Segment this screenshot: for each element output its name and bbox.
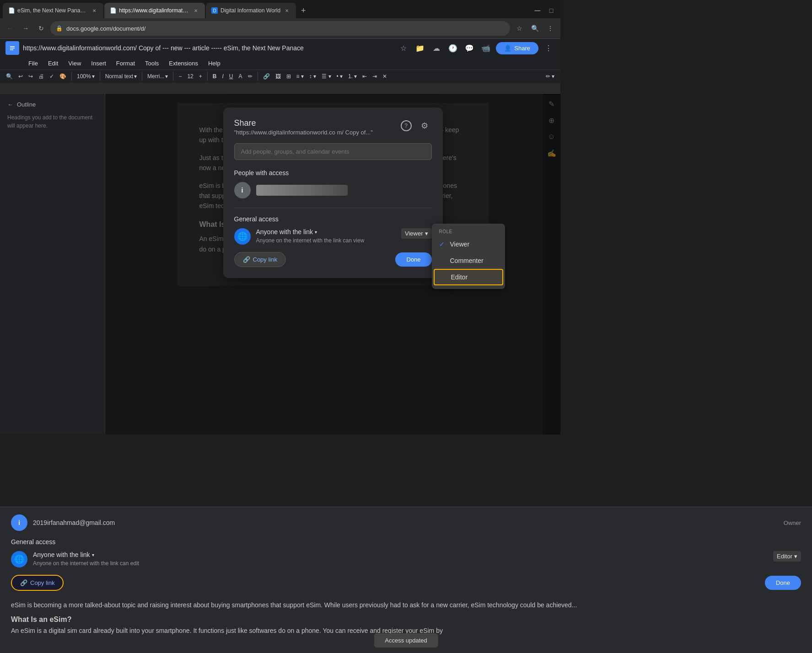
toolbar-sep-5 [207,72,208,81]
menu-file[interactable]: File [24,58,43,69]
viewer-chevron: ▾ [425,230,428,237]
folder-icon[interactable]: 📁 [414,42,426,54]
toolbar-underline[interactable]: U [227,72,236,81]
history-icon[interactable]: 🕐 [446,42,459,54]
toolbar-clear[interactable]: ✕ [380,72,389,81]
gear-icon: ⚙ [421,121,428,131]
share-settings-button[interactable]: ⚙ [417,118,432,133]
video-icon[interactable]: 📹 [479,42,492,54]
toolbar-print[interactable]: 🖨 [36,72,46,81]
toolbar-style[interactable]: Normal text ▾ [103,72,139,81]
tab-3[interactable]: D Digital Information World ✕ [206,3,296,18]
toolbar-paint[interactable]: 🎨 [57,72,69,81]
doc-sidebar: ← Outline Headings you add to the docume… [0,94,105,434]
tab-2-close[interactable]: ✕ [192,7,199,14]
doc-area: ← Outline Headings you add to the docume… [0,94,560,434]
minimize-button[interactable]: ─ [531,4,544,17]
star-icon[interactable]: ☆ [397,42,410,54]
toolbar-bold[interactable]: B [210,72,219,81]
browser-controls: ← → ↻ 🔒 docs.google.com/document/d/ ☆ 🔍 … [0,18,560,38]
toolbar-sep-1 [71,72,72,81]
menu-help[interactable]: Help [204,58,225,69]
tab-1[interactable]: 📄 eSim, the Next New Panacea fo... ✕ [3,3,103,18]
copy-link-button[interactable]: 🔗 Copy link [234,252,286,267]
toolbar-search[interactable]: 🔍 [4,72,15,81]
refresh-button[interactable]: ↻ [35,22,48,35]
globe-icon: 🌐 [234,228,251,245]
toolbar-indent-increase[interactable]: ⇥ [370,72,379,81]
add-people-input[interactable] [234,143,432,160]
menu-format[interactable]: Format [112,58,140,69]
back-button[interactable]: ← [4,22,16,35]
toolbar-link[interactable]: 🔗 [261,72,272,81]
role-editor-option[interactable]: Editor [434,269,503,285]
toolbar-numbering[interactable]: 1. ▾ [346,72,359,81]
toolbar-redo[interactable]: ↪ [26,72,35,81]
toolbar-edit-mode[interactable]: ✏ ▾ [543,72,557,81]
browser-chrome: 📄 eSim, the Next New Panacea fo... ✕ 📄 h… [0,0,560,39]
maximize-button[interactable]: □ [545,4,558,17]
toolbar-table[interactable]: ⊞ [284,72,293,81]
tab-1-close[interactable]: ✕ [91,7,98,14]
tab-2[interactable]: 📄 https://www.digitalinformation... ✕ [104,3,205,18]
toolbar-sep-2 [100,72,100,81]
editor-option-label: Editor [451,273,468,281]
viewer-role-dropdown[interactable]: Viewer ▾ [401,228,432,239]
access-row: 🌐 Anyone with the link ▾ Anyone on the i… [234,228,432,245]
role-commenter-option[interactable]: Commenter [432,252,505,269]
share-help-button[interactable]: ? [399,118,414,133]
toolbar-fontsize[interactable]: 12 [185,72,195,81]
tab-3-close[interactable]: ✕ [283,7,290,14]
toolbar-fontsize-decrease[interactable]: − [176,72,184,81]
user-name-bar [256,185,348,196]
menu-tools[interactable]: Tools [140,58,163,69]
search-button[interactable]: 🔍 [528,22,541,35]
toolbar-fontsize-increase[interactable]: + [197,72,204,81]
toolbar-zoom[interactable]: 100% ▾ [75,72,97,81]
menu-edit[interactable]: Edit [43,58,63,69]
menu-button[interactable]: ⋮ [544,22,557,35]
toolbar-spellcheck[interactable]: ✓ [47,72,56,81]
viewer-label: Viewer [405,230,423,237]
docs-document-title[interactable]: https://www.digitalinformationworld.com/… [23,44,393,52]
more-options-icon[interactable]: ⋮ [542,42,555,54]
doc-ruler [0,83,560,94]
toolbar-bullets[interactable]: • ▾ [334,72,345,81]
toolbar-checklist[interactable]: ☰ ▾ [319,72,333,81]
toolbar-italic[interactable]: I [220,72,226,81]
sidebar-header: ← Outline [7,101,97,108]
access-link-row: Anyone with the link ▾ [256,228,396,236]
anyone-with-link-dropdown[interactable]: Anyone with the link ▾ [256,228,317,236]
tab-bar: 📄 eSim, the Next New Panacea fo... ✕ 📄 h… [0,0,560,18]
doc-content: With the widespread use of smartphones, … [105,94,560,434]
toolbar-indent-decrease[interactable]: ⇤ [360,72,369,81]
commenter-option-label: Commenter [450,257,484,264]
toolbar-undo[interactable]: ↩ [16,72,25,81]
menu-view[interactable]: View [64,58,86,69]
user-avatar: i [234,182,251,198]
new-tab-button[interactable]: + [297,4,310,17]
secure-icon: 🔒 [56,25,63,32]
sidebar-back-icon[interactable]: ← [7,101,13,108]
toolbar-sep-4 [173,72,173,81]
role-viewer-option[interactable]: ✓ Viewer [432,236,505,252]
menu-extensions[interactable]: Extensions [164,58,203,69]
done-button[interactable]: Done [395,252,431,267]
menu-insert[interactable]: Insert [86,58,111,69]
toolbar-linespacing[interactable]: ↕ ▾ [307,72,318,81]
toolbar-align[interactable]: ≡ ▾ [294,72,306,81]
bookmark-button[interactable]: ☆ [513,22,526,35]
comment-icon[interactable]: 💬 [463,42,476,54]
share-modal-header: Share "https://www.digitalinformationwor… [234,118,432,136]
forward-button[interactable]: → [19,22,32,35]
toolbar-highlight[interactable]: ✏ [246,72,255,81]
share-button[interactable]: 👤 Share [496,42,538,54]
role-dropdown-menu: ROLE ✓ Viewer Commenter [432,224,505,289]
access-type-label: Anyone with the link [256,228,313,236]
address-bar[interactable]: 🔒 docs.google.com/document/d/ [50,21,510,36]
toolbar-image[interactable]: 🖼 [273,72,283,81]
toolbar-font[interactable]: Merri... ▾ [145,72,170,81]
people-access-label: People with access [234,169,432,177]
toolbar-textcolor[interactable]: A [236,72,244,81]
cloud-icon[interactable]: ☁ [430,42,443,54]
